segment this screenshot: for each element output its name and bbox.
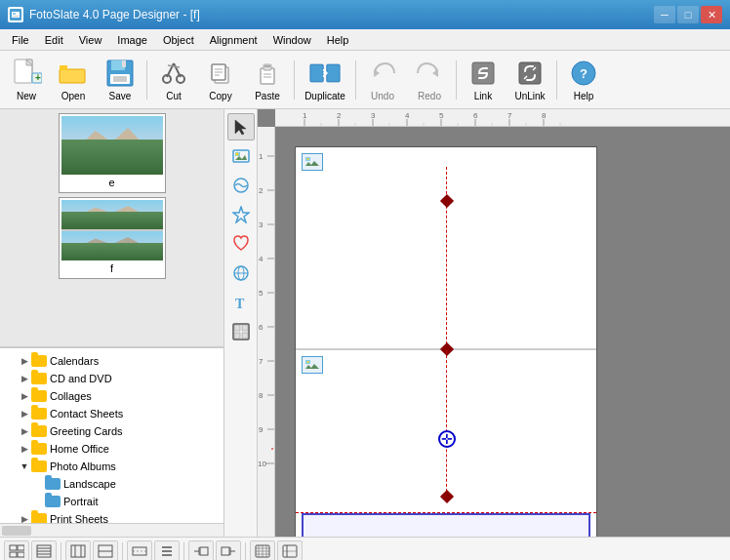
svg-text:7: 7 — [507, 111, 512, 120]
image-tool[interactable] — [227, 142, 255, 170]
tree-item-print-sheets[interactable]: ▶ Print Sheets — [0, 510, 223, 523]
warp-tool[interactable] — [227, 172, 255, 199]
help-button[interactable]: ? Help — [561, 54, 606, 106]
tree-item-cd-dvd[interactable]: ▶ CD and DVD — [0, 370, 223, 387]
bottom-btn-9[interactable] — [250, 540, 275, 561]
tree-item-photo-albums[interactable]: ▼ Photo Albums — [0, 458, 223, 475]
link-label: Link — [474, 91, 492, 101]
bottom-btn-1[interactable] — [4, 540, 29, 561]
canvas-area[interactable]: 1 2 3 4 5 6 7 8 — [258, 109, 730, 537]
tree-item-greeting-cards[interactable]: ▶ Greeting Cards — [0, 422, 223, 440]
menu-alignment[interactable]: Alignment — [202, 32, 265, 48]
tree-arrow-greeting-cards: ▶ — [18, 424, 31, 438]
link-button[interactable]: Link — [461, 54, 506, 106]
canvas-content[interactable]: ✛ — [275, 127, 730, 537]
select-tool[interactable] — [227, 113, 255, 140]
image-thumb-2[interactable]: f — [59, 197, 166, 279]
redo-button[interactable]: Redo — [407, 54, 452, 106]
text-tool[interactable]: T — [227, 289, 255, 316]
bottom-btn-6[interactable] — [154, 540, 180, 561]
maximize-button[interactable]: □ — [677, 6, 699, 23]
menu-view[interactable]: View — [71, 32, 110, 48]
copy-button[interactable]: Copy — [198, 54, 243, 106]
new-icon: + — [11, 58, 42, 89]
close-button[interactable]: ✕ — [701, 6, 722, 23]
menu-image[interactable]: Image — [109, 32, 155, 48]
menu-help[interactable]: Help — [319, 32, 357, 48]
menu-file[interactable]: File — [4, 32, 37, 48]
tree-item-calendars[interactable]: ▶ Calendars — [0, 352, 223, 370]
open-label: Open — [61, 91, 85, 101]
minimize-button[interactable]: ─ — [654, 6, 675, 23]
svg-text:9: 9 — [259, 425, 264, 434]
tree-folder-print-sheets — [31, 513, 47, 523]
svg-text:+: + — [35, 72, 41, 83]
bottom-btn-7[interactable] — [188, 540, 214, 561]
tree-label-calendars: Calendars — [50, 355, 99, 367]
save-button[interactable]: Save — [98, 54, 142, 106]
svg-text:4: 4 — [405, 111, 410, 120]
link-icon — [467, 58, 499, 89]
globe-tool[interactable] — [227, 260, 255, 287]
section-top-icon — [302, 153, 323, 171]
svg-text:10: 10 — [258, 460, 266, 468]
separator-3 — [355, 60, 356, 100]
cut-button[interactable]: Cut — [151, 54, 196, 106]
svg-marker-44 — [235, 120, 246, 135]
new-button[interactable]: + New — [4, 54, 49, 106]
menu-window[interactable]: Window — [265, 32, 319, 48]
svg-rect-117 — [10, 552, 17, 557]
diamond-bottom[interactable] — [440, 490, 454, 503]
bottom-btn-2[interactable] — [31, 540, 57, 561]
diamond-top[interactable] — [440, 194, 454, 208]
tree-arrow-home-office: ▶ — [18, 442, 31, 456]
bottom-sep-2 — [122, 542, 123, 560]
svg-text:2: 2 — [259, 186, 264, 195]
paste-button[interactable]: Paste — [245, 54, 290, 106]
bottom-sep-3 — [183, 542, 184, 560]
open-icon — [58, 58, 89, 89]
duplicate-button[interactable]: Duplicate — [299, 54, 351, 106]
redo-icon — [414, 58, 445, 89]
separator-4 — [456, 60, 457, 100]
tree-label-greeting-cards: Greeting Cards — [50, 425, 123, 437]
bottom-btn-8[interactable] — [216, 540, 241, 561]
tree-scroll-thumb[interactable] — [2, 526, 31, 536]
star-tool[interactable] — [227, 201, 255, 228]
image-thumb-1[interactable]: e — [59, 113, 166, 193]
svg-rect-56 — [234, 325, 240, 331]
bottom-btn-3[interactable] — [65, 540, 91, 561]
tree-arrow-calendars: ▶ — [18, 354, 31, 368]
thumb-1-preview — [61, 116, 163, 175]
duplicate-icon — [309, 58, 341, 89]
open-button[interactable]: Open — [51, 54, 96, 106]
tree-item-contact-sheets[interactable]: ▶ Contact Sheets — [0, 405, 223, 422]
text-box-selected[interactable] — [302, 513, 590, 537]
menu-object[interactable]: Object — [155, 32, 202, 48]
tree-item-landscape[interactable]: ▶ Landscape — [0, 475, 223, 493]
svg-rect-15 — [122, 60, 126, 67]
unlink-icon — [514, 58, 546, 89]
heart-tool[interactable] — [227, 230, 255, 258]
page-section-top — [296, 147, 596, 350]
bottom-btn-10[interactable] — [277, 540, 303, 561]
tree-label-home-office: Home Office — [50, 443, 109, 455]
unlink-button[interactable]: UnLink — [507, 54, 552, 106]
tree-item-home-office[interactable]: ▶ Home Office — [0, 440, 223, 458]
bottom-btn-4[interactable] — [93, 540, 118, 561]
circle-handle[interactable]: ✛ — [438, 430, 456, 448]
tree-folder-home-office — [31, 443, 47, 455]
tree-h-scrollbar[interactable] — [0, 523, 223, 537]
tree-item-collages[interactable]: ▶ Collages — [0, 387, 223, 405]
svg-text:1: 1 — [259, 152, 264, 161]
bottom-btn-5[interactable] — [127, 540, 152, 561]
menu-edit[interactable]: Edit — [37, 32, 71, 48]
bottom-sep-1 — [61, 542, 61, 560]
grid-tool[interactable] — [227, 318, 255, 345]
paste-icon — [252, 58, 283, 89]
ruler-left: 1 2 3 4 5 6 7 8 9 10 — [258, 127, 275, 537]
tree-item-portrait[interactable]: ▶ Portrait — [0, 493, 223, 510]
tool-strip: T — [224, 109, 258, 537]
tree-panel: ▶ Calendars ▶ CD and DVD ▶ Collages ▶ Co… — [0, 347, 223, 523]
undo-button[interactable]: Undo — [360, 54, 405, 106]
